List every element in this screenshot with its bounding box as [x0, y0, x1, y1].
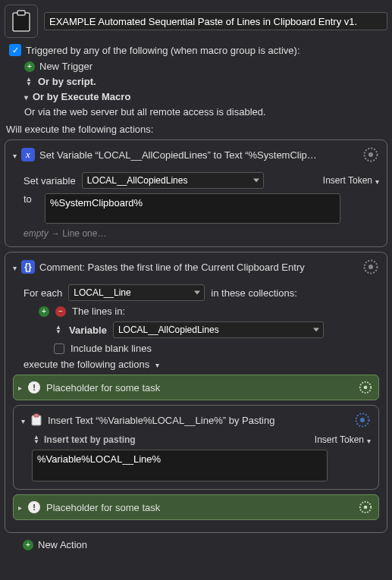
- lines-in-label: The lines in:: [72, 306, 125, 317]
- chevron-down-icon: ▾: [375, 177, 379, 186]
- hint-arrow: →: [49, 228, 63, 239]
- lines-variable-select[interactable]: LOCAL__AllCopiedLines: [113, 321, 324, 338]
- updown-icon[interactable]: ▲▼: [32, 435, 41, 444]
- lines-variable-value: LOCAL__AllCopiedLines: [118, 324, 219, 335]
- or-webserver-label: Or via the web server but all remote acc…: [24, 106, 266, 118]
- plus-icon: +: [23, 540, 33, 550]
- collections-label: in these collections:: [211, 287, 296, 299]
- or-webserver-note: Or via the web server but all remote acc…: [24, 106, 387, 118]
- execute-sub-label: execute the following actions: [24, 359, 149, 370]
- preview-hint: empty → Line one…: [24, 228, 379, 239]
- chevron-down-icon: ▾: [367, 437, 371, 445]
- gear-icon[interactable]: [357, 499, 374, 516]
- variable-text-input[interactable]: %SystemClipboard%: [45, 193, 340, 224]
- set-variable-label: Set variable: [24, 175, 76, 187]
- remove-collection-button[interactable]: −: [55, 306, 66, 317]
- or-script-label: Or by script.: [38, 76, 96, 87]
- chevron-right-icon: ▸: [18, 384, 22, 392]
- insert-mode-label[interactable]: Insert text by pasting: [44, 434, 136, 445]
- variable-label: Variable: [69, 324, 107, 336]
- insert-text-value: %Variable%LOCAL__Line%: [37, 453, 161, 465]
- exclamation-icon: !: [28, 381, 40, 393]
- insert-text-input[interactable]: %Variable%LOCAL__Line%: [32, 450, 328, 481]
- gear-icon[interactable]: [357, 379, 374, 396]
- updown-icon: ▲▼: [24, 77, 33, 86]
- svg-point-11: [360, 418, 365, 422]
- svg-point-3: [368, 152, 373, 157]
- exclamation-icon: !: [28, 501, 40, 513]
- svg-point-13: [364, 506, 368, 509]
- disclosure-toggle[interactable]: ▾: [13, 264, 17, 272]
- variable-x-icon: x: [21, 148, 35, 161]
- foreach-label: For each: [24, 287, 62, 299]
- updown-icon[interactable]: ▲▼: [54, 325, 63, 334]
- macro-title-input[interactable]: [44, 12, 387, 30]
- gear-icon[interactable]: [362, 259, 379, 275]
- action-insert-text: ▾ Insert Text “%Variable%LOCAL__Line%” b…: [13, 405, 379, 490]
- will-execute-label: Will execute the following actions:: [6, 124, 387, 135]
- action-title: Comment: Pastes the first line of the Cu…: [39, 262, 358, 273]
- svg-rect-1: [17, 11, 25, 15]
- triggers-enabled-checkbox[interactable]: ✓: [9, 44, 21, 56]
- variable-name-value: LOCAL__AllCopiedLines: [87, 175, 188, 186]
- braces-icon: {}: [21, 260, 35, 274]
- new-action-button[interactable]: + New Action: [23, 539, 387, 550]
- insert-token-button[interactable]: Insert Token ▾: [315, 434, 371, 445]
- action-comment-foreach: ▾ {} Comment: Pastes the first line of t…: [5, 252, 387, 533]
- disclosure-toggle[interactable]: ▾: [13, 152, 17, 160]
- plus-icon: +: [24, 61, 35, 72]
- placeholder-label: Placeholder for some task: [46, 502, 160, 513]
- insert-token-label: Insert Token: [323, 175, 372, 186]
- foreach-variable-select[interactable]: LOCAL__Line: [68, 284, 205, 301]
- add-collection-button[interactable]: +: [39, 306, 49, 317]
- svg-point-5: [368, 265, 373, 269]
- hint-value: Line one…: [62, 228, 106, 239]
- placeholder-action-2[interactable]: ▸ ! Placeholder for some task: [13, 494, 379, 520]
- gear-icon[interactable]: [354, 412, 371, 428]
- variable-name-select[interactable]: LOCAL__AllCopiedLines: [82, 172, 264, 189]
- macro-clipboard-icon: [5, 5, 38, 38]
- chevron-down-icon: ▾: [24, 93, 28, 102]
- action-title: Set Variable “LOCAL__AllCopiedLines” to …: [39, 149, 358, 161]
- action-set-variable: ▾ x Set Variable “LOCAL__AllCopiedLines”…: [5, 140, 387, 247]
- or-by-script[interactable]: ▲▼ Or by script.: [24, 76, 387, 87]
- svg-point-7: [364, 386, 368, 390]
- or-by-execute-macro[interactable]: ▾ Or by Execute Macro: [24, 91, 387, 102]
- new-action-label: New Action: [38, 539, 87, 550]
- variable-text-value: %SystemClipboard%: [50, 197, 143, 208]
- foreach-variable-value: LOCAL__Line: [74, 287, 130, 298]
- or-execute-label: Or by Execute Macro: [33, 91, 130, 102]
- include-blank-checkbox[interactable]: [54, 343, 64, 354]
- to-label: to: [24, 193, 39, 205]
- disclosure-toggle[interactable]: ▾: [21, 417, 25, 425]
- new-trigger-label: New Trigger: [39, 61, 93, 72]
- gear-icon[interactable]: [362, 146, 379, 163]
- new-trigger-button[interactable]: + New Trigger: [24, 61, 387, 72]
- insert-token-button[interactable]: Insert Token ▾: [323, 175, 379, 186]
- chevron-right-icon: ▸: [18, 503, 22, 512]
- svg-rect-9: [34, 414, 39, 417]
- chevron-down-icon[interactable]: ▾: [155, 361, 159, 369]
- hint-empty: empty: [24, 228, 49, 239]
- include-blank-label: Include blank lines: [71, 343, 152, 354]
- placeholder-action-1[interactable]: ▸ ! Placeholder for some task: [13, 375, 379, 400]
- action-title: Insert Text “%Variable%LOCAL__Line%” by …: [48, 415, 350, 426]
- placeholder-label: Placeholder for some task: [46, 382, 160, 393]
- insert-token-label: Insert Token: [315, 434, 364, 445]
- clipboard-small-icon: [30, 413, 43, 427]
- triggers-heading: Triggered by any of the following (when …: [26, 45, 300, 56]
